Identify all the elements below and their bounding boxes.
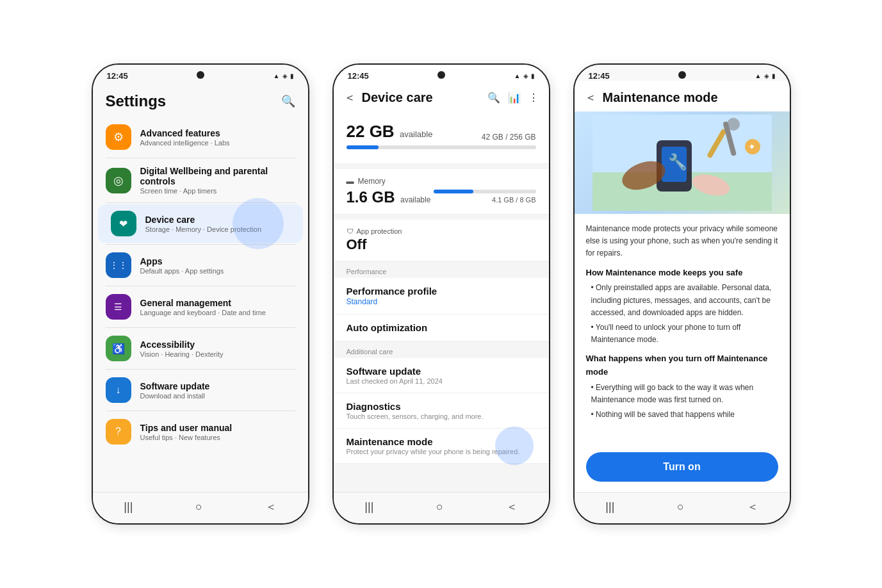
settings-title: Settings [106, 92, 167, 110]
storage-bar-bg [347, 145, 536, 149]
phone2-chart-icon[interactable]: 📊 [508, 92, 521, 104]
accessibility-icon: ♿ [106, 336, 131, 361]
phone3-nav-home[interactable]: ○ [677, 500, 684, 514]
memory-available-block: 1.6 GB available [347, 188, 431, 206]
memory-bar-total-block: 4.1 GB / 8 GB [434, 190, 536, 205]
auto-optimization-item[interactable]: Auto optimization [334, 314, 549, 341]
phone2-back-button[interactable]: ＜ [344, 90, 355, 105]
phone3-nav-back[interactable]: ＜ [747, 499, 758, 514]
apps-title: Apps [140, 256, 295, 266]
settings-list: ⚙ Advanced features Advanced intelligenc… [93, 118, 308, 492]
settings-item-apps[interactable]: ⋮⋮ Apps Default apps · App settings [93, 246, 308, 284]
digital-wellbeing-title: Digital Wellbeing and parental controls [140, 166, 295, 186]
phone2-more-icon[interactable]: ⋮ [528, 92, 539, 104]
tips-sub: Useful tips · New features [140, 434, 295, 441]
performance-section-header: Performance [334, 261, 549, 278]
settings-item-tips[interactable]: ? Tips and user manual Useful tips · New… [93, 412, 308, 451]
phone3-status-icons: ▲ ◈ ▮ [755, 72, 776, 79]
general-management-title: General management [140, 298, 295, 308]
divider5 [106, 327, 295, 328]
memory-label: Memory [358, 177, 386, 186]
divider1 [106, 158, 295, 158]
software-update-text: Software update Download and install [140, 381, 295, 400]
phone2-time: 12:45 [348, 71, 369, 81]
settings-item-advanced-features[interactable]: ⚙ Advanced features Advanced intelligenc… [93, 118, 308, 156]
turn-on-button[interactable]: Turn on [586, 452, 778, 482]
device-care-header-icons: 🔍 📊 ⋮ [487, 92, 539, 104]
phone3-nav-recent[interactable]: ||| [605, 500, 614, 514]
maint-header: ＜ Maintenance mode [575, 81, 790, 111]
phone3-nav: ||| ○ ＜ [575, 492, 790, 523]
phone2-battery-icon: ▮ [531, 72, 535, 79]
phone1-status-icons: ▲ ◈ ▮ [274, 72, 294, 79]
phone1-nav-recent[interactable]: ||| [124, 500, 133, 514]
maintenance-mode-ripple [495, 427, 534, 465]
phone-maintenance-mode: 12:45 ▲ ◈ ▮ ＜ Maintenance mode [573, 63, 791, 525]
phone1-nav-home[interactable]: ○ [195, 500, 202, 514]
settings-item-general-management[interactable]: ☰ General management Language and keyboa… [93, 288, 308, 326]
device-care-body: 22 GB available 42 GB / 256 GB ▬ Memory [334, 111, 549, 492]
svg-point-4 [727, 118, 740, 131]
phone2-top-bar: 12:45 ▲ ◈ ▮ [334, 65, 549, 81]
phone-device-care: 12:45 ▲ ◈ ▮ ＜ Device care 🔍 📊 ⋮ 22 [332, 63, 550, 525]
wifi-icon: ◈ [282, 72, 288, 79]
accessibility-title: Accessibility [140, 339, 295, 350]
settings-item-digital-wellbeing[interactable]: ◎ Digital Wellbeing and parental control… [93, 159, 308, 201]
settings-header: Settings 🔍 [93, 81, 308, 118]
phone2-search-icon[interactable]: 🔍 [487, 92, 500, 104]
digital-wellbeing-text: Digital Wellbeing and parental controls … [140, 166, 295, 195]
maintenance-illustration: 🔧 ✦ [575, 111, 790, 214]
software-update-item-sub: Last checked on April 11, 2024 [347, 377, 536, 385]
settings-item-device-care[interactable]: ❤ Device care Storage · Memory · Device … [98, 204, 303, 243]
digital-wellbeing-icon: ◎ [106, 168, 131, 193]
software-update-sub: Download and install [140, 392, 295, 400]
phone-settings: 12:45 ▲ ◈ ▮ Settings 🔍 ⚙ Adva [92, 63, 309, 525]
maint-content: 🔧 ✦ Maintenance mode protects your priva… [575, 111, 790, 445]
general-management-icon: ☰ [106, 294, 131, 320]
device-care-page-title: Device care [362, 90, 481, 105]
phone3-battery-icon: ▮ [772, 72, 776, 79]
auto-optimization-title: Auto optimization [347, 322, 536, 333]
diagnostics-title: Diagnostics [347, 401, 536, 412]
storage-main-row: 22 GB available 42 GB / 256 GB [347, 122, 536, 142]
maint-bullet-4: • Nothing will be saved that happens whi… [591, 409, 778, 421]
maintenance-mode-item[interactable]: Maintenance mode Protect your privacy wh… [334, 429, 549, 464]
software-update-item[interactable]: Software update Last checked on April 11… [334, 358, 549, 393]
maint-what-title: What happens when you turn off Maintenan… [586, 352, 778, 379]
phone2-wifi-icon: ◈ [523, 72, 528, 79]
phone3-back-button[interactable]: ＜ [585, 90, 596, 105]
phone1-nav: ||| ○ ＜ [93, 492, 308, 523]
signal-icon: ▲ [274, 72, 280, 79]
maint-description: Maintenance mode protects your privacy w… [586, 223, 778, 260]
phone2-camera [437, 71, 445, 79]
software-update-icon: ↓ [106, 377, 131, 403]
phone2-nav-recent[interactable]: ||| [364, 500, 373, 514]
settings-item-accessibility[interactable]: ♿ Accessibility Vision · Hearing · Dexte… [93, 329, 308, 368]
phone2-nav-home[interactable]: ○ [436, 500, 443, 514]
app-protection-label-row: 🛡 App protection [347, 227, 536, 235]
apps-text: Apps Default apps · App settings [140, 256, 295, 275]
search-icon[interactable]: 🔍 [281, 94, 295, 108]
digital-wellbeing-sub: Screen time · App timers [140, 187, 295, 195]
storage-available-label: available [400, 129, 432, 139]
app-protection-label: App protection [357, 227, 402, 235]
storage-bar-fill [347, 145, 379, 149]
maint-how-title: How Maintenance mode keeps you safe [586, 266, 778, 280]
device-care-ripple [233, 198, 284, 249]
divider7 [106, 411, 295, 411]
performance-profile-item[interactable]: Performance profile Standard [334, 278, 549, 314]
diagnostics-item[interactable]: Diagnostics Touch screen, sensors, charg… [334, 393, 549, 429]
phone1-nav-back[interactable]: ＜ [265, 499, 277, 514]
phone2-nav-back[interactable]: ＜ [506, 499, 518, 514]
memory-gb-value: 1.6 GB [347, 188, 395, 206]
memory-total-label: 4.1 GB / 8 GB [492, 196, 535, 204]
phone1-time: 12:45 [107, 71, 128, 81]
software-update-item-title: Software update [347, 366, 536, 377]
phone3-wifi-icon: ◈ [764, 72, 769, 79]
tips-title: Tips and user manual [140, 423, 295, 433]
phone2-signal-icon: ▲ [514, 72, 521, 79]
maint-body-text: Maintenance mode protects your privacy w… [575, 214, 790, 432]
svg-text:🔧: 🔧 [668, 152, 687, 171]
memory-total: 4.1 GB / 8 GB [434, 193, 536, 205]
settings-item-software-update[interactable]: ↓ Software update Download and install [93, 371, 308, 409]
